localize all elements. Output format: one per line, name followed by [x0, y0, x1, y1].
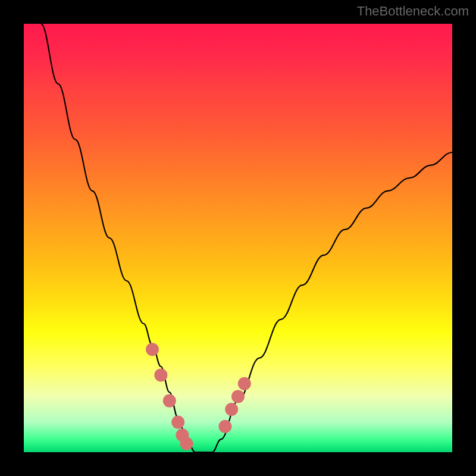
- highlight-dots-left: [146, 343, 193, 450]
- highlight-dot: [163, 394, 176, 408]
- highlight-dot: [171, 416, 184, 429]
- chart-svg: [24, 24, 452, 452]
- highlight-dot: [146, 343, 159, 356]
- watermark-text: TheBottleneck.com: [357, 4, 469, 19]
- highlight-dot: [180, 437, 193, 450]
- highlight-dot: [231, 390, 245, 403]
- highlight-dot: [238, 377, 251, 390]
- highlight-dots-right: [218, 377, 250, 433]
- highlight-dot: [225, 403, 238, 416]
- highlight-dot: [218, 420, 231, 433]
- highlight-dot: [154, 368, 167, 381]
